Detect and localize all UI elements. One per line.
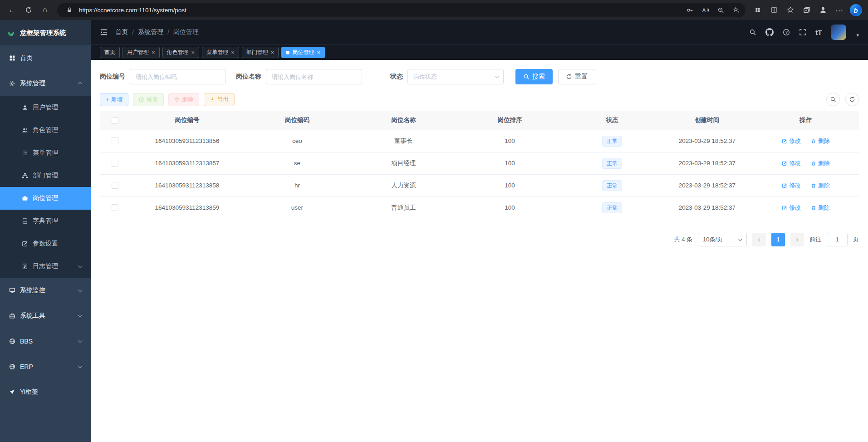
- export-button[interactable]: 导出: [204, 93, 235, 106]
- reset-button[interactable]: 重置: [558, 69, 595, 84]
- search-button[interactable]: 搜索: [515, 69, 553, 84]
- page-number-1[interactable]: 1: [771, 233, 785, 246]
- copilot-icon[interactable]: b: [848, 3, 863, 17]
- sidebar-item-menu-management[interactable]: 菜单管理: [0, 142, 91, 164]
- add-favorite-icon[interactable]: [730, 4, 742, 16]
- url-text: https://ccnetcore.com:1101/system/post: [79, 7, 680, 14]
- sidebar-item-yi-framework[interactable]: Yi框架: [0, 379, 91, 405]
- help-icon[interactable]: [783, 29, 790, 36]
- address-bar[interactable]: https://ccnetcore.com:1101/system/post: [57, 3, 745, 17]
- row-edit-link[interactable]: 修改: [782, 204, 801, 212]
- row-checkbox[interactable]: [112, 138, 118, 144]
- sidebar-item-role-management[interactable]: 角色管理: [0, 119, 91, 142]
- cell-post-sort: 100: [456, 196, 563, 219]
- row-checkbox[interactable]: [112, 204, 118, 211]
- close-icon[interactable]: ×: [231, 49, 235, 55]
- sidebar-item-dept-management[interactable]: 部门管理: [0, 164, 91, 187]
- sidebar-item-log-management[interactable]: 日志管理: [0, 255, 91, 278]
- post-name-label: 岗位名称: [236, 73, 261, 81]
- user-avatar[interactable]: [831, 25, 846, 40]
- font-size-icon[interactable]: tT: [815, 29, 822, 36]
- tag-user-management[interactable]: 用户管理 ×: [123, 47, 160, 58]
- read-aloud-icon[interactable]: [699, 4, 711, 16]
- sidebar-toggle-icon[interactable]: [100, 28, 108, 36]
- zoom-out-icon[interactable]: [715, 4, 726, 16]
- split-screen-icon[interactable]: [766, 3, 782, 17]
- toolbox-icon: [9, 313, 15, 319]
- column-created: 创建时间: [662, 111, 753, 130]
- close-icon[interactable]: ×: [317, 49, 320, 55]
- cell-post-sort: 100: [456, 130, 563, 152]
- sidebar-item-home[interactable]: 首页: [0, 45, 91, 71]
- row-delete-link[interactable]: 删除: [811, 182, 830, 190]
- toolbar-right: [826, 93, 859, 106]
- add-button[interactable]: + 新增: [100, 93, 128, 106]
- app-logo[interactable]: 意框架管理系统: [0, 20, 91, 45]
- page-size-select[interactable]: 10条/页: [698, 233, 747, 246]
- sidebar-item-erp[interactable]: ERP: [0, 354, 91, 379]
- sidebar-item-system-monitor[interactable]: 系统监控: [0, 278, 91, 303]
- close-icon[interactable]: ×: [152, 49, 155, 55]
- row-edit-link[interactable]: 修改: [782, 182, 801, 190]
- favorites-icon[interactable]: [783, 3, 798, 17]
- sidebar-item-param-settings[interactable]: 参数设置: [0, 232, 91, 255]
- browser-back-button[interactable]: ←: [5, 3, 20, 17]
- collections-icon[interactable]: [799, 3, 814, 17]
- extensions-icon[interactable]: [750, 3, 765, 17]
- paper-plane-icon: [9, 389, 15, 395]
- toggle-search-button[interactable]: [826, 93, 840, 106]
- sidebar-item-bbs[interactable]: BBS: [0, 329, 91, 354]
- app-header: 首页 / 系统管理 / 岗位管理 tT ▾: [91, 20, 868, 44]
- row-edit-link[interactable]: 修改: [782, 159, 801, 167]
- status-badge: 正常: [602, 136, 622, 147]
- row-edit-link[interactable]: 修改: [782, 137, 801, 145]
- chevron-down-icon: [78, 288, 83, 292]
- refresh-table-button[interactable]: [845, 93, 859, 106]
- tag-dept-management[interactable]: 部门管理 ×: [242, 47, 279, 58]
- row-delete-link[interactable]: 删除: [811, 159, 830, 167]
- fullscreen-icon[interactable]: [799, 29, 806, 36]
- trash-icon: [811, 205, 816, 211]
- tree-table-icon: [22, 150, 28, 156]
- goto-page-input[interactable]: [827, 233, 848, 246]
- browser-toolbar: ← ⌂ https://ccnetcore.com:1101/system/po…: [0, 0, 868, 20]
- sidebar-item-dict-management[interactable]: 字典管理: [0, 210, 91, 232]
- app-frame: 意框架管理系统 首页 系统管理 用户管理: [0, 20, 868, 442]
- tag-role-management[interactable]: 角色管理 ×: [162, 47, 200, 58]
- cell-post-code: se: [244, 152, 350, 174]
- post-name-input[interactable]: [266, 69, 362, 84]
- tag-post-management[interactable]: 岗位管理 ×: [281, 47, 325, 58]
- sidebar-item-system-tools[interactable]: 系统工具: [0, 303, 91, 329]
- cell-created: 2023-03-29 18:52:37: [662, 196, 753, 219]
- sidebar-item-user-management[interactable]: 用户管理: [0, 96, 91, 119]
- browser-settings-icon[interactable]: …: [832, 1, 847, 16]
- browser-refresh-button[interactable]: [21, 3, 36, 17]
- browser-profile-avatar[interactable]: [815, 3, 831, 17]
- table-toolbar: + 新增 修改 删除 导出: [100, 93, 859, 106]
- row-checkbox[interactable]: [112, 160, 118, 167]
- tag-menu-management[interactable]: 菜单管理 ×: [202, 47, 239, 58]
- sidebar: 意框架管理系统 首页 系统管理 用户管理: [0, 20, 91, 442]
- book-icon: [22, 218, 28, 224]
- status-select[interactable]: 岗位状态: [407, 69, 504, 84]
- tag-home[interactable]: 首页: [100, 47, 120, 58]
- browser-home-button[interactable]: ⌂: [37, 3, 53, 17]
- breadcrumb-system[interactable]: 系统管理: [138, 28, 163, 36]
- post-code-input[interactable]: [130, 69, 226, 84]
- row-delete-link[interactable]: 删除: [811, 137, 830, 145]
- table-row: 1641030593112313856 ceo 董事长 100 正常 2023-…: [100, 130, 859, 152]
- row-checkbox[interactable]: [112, 182, 118, 189]
- sidebar-item-system-management[interactable]: 系统管理: [0, 71, 91, 96]
- header-actions: tT ▾: [749, 25, 859, 40]
- sidebar-item-post-management[interactable]: 岗位管理: [0, 187, 91, 210]
- close-icon[interactable]: ×: [271, 49, 275, 55]
- github-icon[interactable]: [765, 28, 774, 36]
- avatar-caret-icon[interactable]: ▾: [856, 32, 859, 40]
- breadcrumb-separator: /: [167, 29, 169, 36]
- select-all-checkbox[interactable]: [112, 117, 118, 124]
- close-icon[interactable]: ×: [191, 49, 195, 55]
- breadcrumb-home[interactable]: 首页: [115, 28, 128, 36]
- header-search-icon[interactable]: [749, 29, 756, 36]
- row-delete-link[interactable]: 删除: [811, 204, 830, 212]
- password-key-icon[interactable]: [684, 4, 696, 16]
